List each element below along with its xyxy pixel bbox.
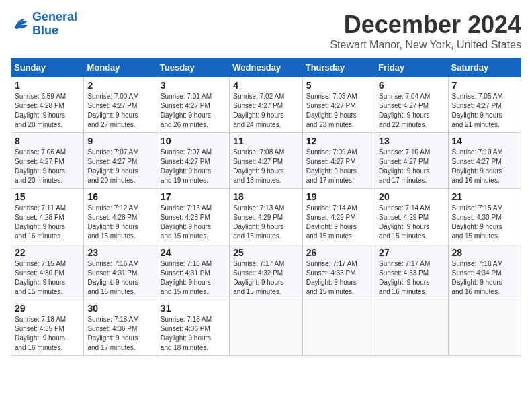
day-number: 26 [306,247,371,258]
calendar-day-cell: 29Sunrise: 7:18 AM Sunset: 4:35 PM Dayli… [11,300,84,356]
weekday-header-tuesday: Tuesday [157,58,229,77]
calendar-day-cell: 22Sunrise: 7:15 AM Sunset: 4:30 PM Dayli… [11,244,84,300]
calendar-day-cell: 2Sunrise: 7:00 AM Sunset: 4:27 PM Daylig… [84,77,157,133]
month-title: December 2024 [330,11,521,39]
logo-bird-icon [11,15,30,34]
calendar-day-cell: 26Sunrise: 7:17 AM Sunset: 4:33 PM Dayli… [302,244,375,300]
calendar-day-cell: 12Sunrise: 7:09 AM Sunset: 4:27 PM Dayli… [302,133,375,189]
weekday-header-thursday: Thursday [302,58,375,77]
day-number: 22 [15,247,80,258]
day-number: 5 [306,80,371,91]
day-info: Sunrise: 7:01 AM Sunset: 4:27 PM Dayligh… [161,92,226,130]
calendar-day-cell: 23Sunrise: 7:16 AM Sunset: 4:31 PM Dayli… [84,244,157,300]
day-number: 31 [161,303,226,314]
day-info: Sunrise: 6:59 AM Sunset: 4:28 PM Dayligh… [15,92,80,130]
calendar-day-cell: 15Sunrise: 7:11 AM Sunset: 4:28 PM Dayli… [11,189,84,244]
calendar-day-cell: 20Sunrise: 7:14 AM Sunset: 4:29 PM Dayli… [375,189,448,244]
day-info: Sunrise: 7:17 AM Sunset: 4:33 PM Dayligh… [379,259,444,297]
day-number: 8 [15,136,80,146]
calendar-day-cell: 5Sunrise: 7:03 AM Sunset: 4:27 PM Daylig… [302,77,375,133]
calendar-day-cell: 24Sunrise: 7:16 AM Sunset: 4:31 PM Dayli… [157,244,229,300]
location-title: Stewart Manor, New York, United States [330,39,521,51]
day-number: 3 [161,80,226,91]
calendar-day-cell: 30Sunrise: 7:18 AM Sunset: 4:36 PM Dayli… [84,300,157,356]
day-info: Sunrise: 7:09 AM Sunset: 4:27 PM Dayligh… [306,148,371,185]
logo-line2: Blue [32,24,58,37]
weekday-header-sunday: Sunday [11,58,84,77]
logo-text: General Blue [32,11,77,38]
day-info: Sunrise: 7:02 AM Sunset: 4:27 PM Dayligh… [233,92,298,130]
day-info: Sunrise: 7:18 AM Sunset: 4:35 PM Dayligh… [15,315,80,353]
logo: General Blue [11,11,77,38]
title-section: December 2024 Stewart Manor, New York, U… [330,11,521,51]
day-number: 15 [15,191,80,202]
weekday-header-monday: Monday [84,58,157,77]
day-info: Sunrise: 7:16 AM Sunset: 4:31 PM Dayligh… [87,259,152,297]
day-number: 25 [233,247,298,258]
day-number: 11 [233,136,298,146]
weekday-header-wednesday: Wednesday [230,58,302,77]
day-info: Sunrise: 7:11 AM Sunset: 4:28 PM Dayligh… [15,203,80,241]
day-number: 13 [379,136,444,146]
calendar-day-cell: 9Sunrise: 7:07 AM Sunset: 4:27 PM Daylig… [84,133,157,189]
calendar-day-cell: 18Sunrise: 7:13 AM Sunset: 4:29 PM Dayli… [230,189,302,244]
day-info: Sunrise: 7:10 AM Sunset: 4:27 PM Dayligh… [452,148,517,185]
logo-line1: General [32,10,77,24]
calendar-day-cell: 16Sunrise: 7:12 AM Sunset: 4:28 PM Dayli… [84,189,157,244]
weekday-header-saturday: Saturday [448,58,521,77]
calendar-week-row: 22Sunrise: 7:15 AM Sunset: 4:30 PM Dayli… [11,244,521,300]
day-number: 24 [161,247,226,258]
day-info: Sunrise: 7:15 AM Sunset: 4:30 PM Dayligh… [452,203,517,241]
day-info: Sunrise: 7:14 AM Sunset: 4:29 PM Dayligh… [306,203,371,241]
day-number: 16 [87,191,152,202]
day-info: Sunrise: 7:18 AM Sunset: 4:36 PM Dayligh… [87,315,152,353]
page-header: General Blue December 2024 Stewart Manor… [11,11,521,51]
day-info: Sunrise: 7:17 AM Sunset: 4:32 PM Dayligh… [233,259,298,297]
day-number: 20 [379,191,444,202]
calendar-day-cell: 6Sunrise: 7:04 AM Sunset: 4:27 PM Daylig… [375,77,448,133]
calendar-day-cell: 11Sunrise: 7:08 AM Sunset: 4:27 PM Dayli… [230,133,302,189]
calendar-day-cell: 10Sunrise: 7:07 AM Sunset: 4:27 PM Dayli… [157,133,229,189]
calendar-day-cell: 1Sunrise: 6:59 AM Sunset: 4:28 PM Daylig… [11,77,84,133]
day-info: Sunrise: 7:12 AM Sunset: 4:28 PM Dayligh… [87,203,152,241]
calendar-day-cell: 21Sunrise: 7:15 AM Sunset: 4:30 PM Dayli… [448,189,521,244]
calendar-week-row: 1Sunrise: 6:59 AM Sunset: 4:28 PM Daylig… [11,77,521,133]
day-number: 14 [452,136,517,146]
day-number: 10 [161,136,226,146]
calendar-day-cell: 14Sunrise: 7:10 AM Sunset: 4:27 PM Dayli… [448,133,521,189]
day-info: Sunrise: 7:03 AM Sunset: 4:27 PM Dayligh… [306,92,371,130]
day-info: Sunrise: 7:00 AM Sunset: 4:27 PM Dayligh… [87,92,152,130]
day-info: Sunrise: 7:04 AM Sunset: 4:27 PM Dayligh… [379,92,444,130]
calendar-day-cell: 25Sunrise: 7:17 AM Sunset: 4:32 PM Dayli… [230,244,302,300]
day-info: Sunrise: 7:16 AM Sunset: 4:31 PM Dayligh… [161,259,226,297]
day-info: Sunrise: 7:13 AM Sunset: 4:29 PM Dayligh… [233,203,298,241]
day-number: 1 [15,80,80,91]
calendar-table: SundayMondayTuesdayWednesdayThursdayFrid… [11,58,521,356]
day-number: 23 [87,247,152,258]
day-number: 27 [379,247,444,258]
weekday-header-row: SundayMondayTuesdayWednesdayThursdayFrid… [11,58,521,77]
calendar-day-cell [230,300,302,356]
calendar-day-cell: 27Sunrise: 7:17 AM Sunset: 4:33 PM Dayli… [375,244,448,300]
day-number: 19 [306,191,371,202]
calendar-day-cell: 13Sunrise: 7:10 AM Sunset: 4:27 PM Dayli… [375,133,448,189]
day-number: 18 [233,191,298,202]
day-info: Sunrise: 7:08 AM Sunset: 4:27 PM Dayligh… [233,148,298,185]
day-info: Sunrise: 7:18 AM Sunset: 4:36 PM Dayligh… [161,315,226,353]
day-info: Sunrise: 7:10 AM Sunset: 4:27 PM Dayligh… [379,148,444,185]
day-number: 28 [452,247,517,258]
day-info: Sunrise: 7:07 AM Sunset: 4:27 PM Dayligh… [87,148,152,185]
calendar-day-cell: 28Sunrise: 7:18 AM Sunset: 4:34 PM Dayli… [448,244,521,300]
calendar-day-cell [375,300,448,356]
day-info: Sunrise: 7:14 AM Sunset: 4:29 PM Dayligh… [379,203,444,241]
day-info: Sunrise: 7:17 AM Sunset: 4:33 PM Dayligh… [306,259,371,297]
day-info: Sunrise: 7:06 AM Sunset: 4:27 PM Dayligh… [15,148,80,185]
calendar-day-cell: 7Sunrise: 7:05 AM Sunset: 4:27 PM Daylig… [448,77,521,133]
day-number: 2 [87,80,152,91]
calendar-day-cell [448,300,521,356]
calendar-week-row: 15Sunrise: 7:11 AM Sunset: 4:28 PM Dayli… [11,189,521,244]
calendar-day-cell: 8Sunrise: 7:06 AM Sunset: 4:27 PM Daylig… [11,133,84,189]
day-info: Sunrise: 7:05 AM Sunset: 4:27 PM Dayligh… [452,92,517,130]
calendar-day-cell [302,300,375,356]
calendar-day-cell: 4Sunrise: 7:02 AM Sunset: 4:27 PM Daylig… [230,77,302,133]
